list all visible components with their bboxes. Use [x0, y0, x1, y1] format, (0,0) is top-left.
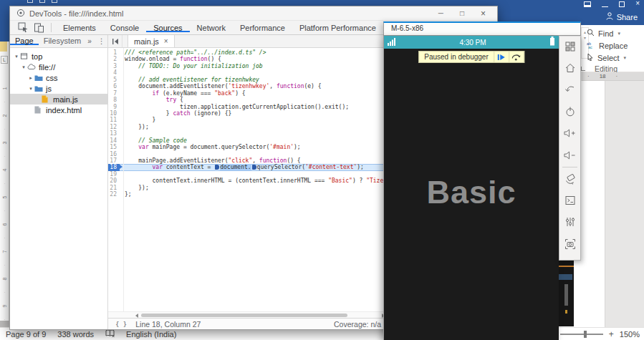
device-toolbar-icon[interactable] — [34, 22, 44, 33]
code-line[interactable]: 5 // add eventListener for tizenhwkey — [108, 77, 387, 83]
page-count[interactable]: Page 9 of 9 — [6, 330, 46, 339]
line-number[interactable]: 20 — [108, 178, 120, 184]
code-text[interactable]: }); — [120, 185, 149, 191]
devtools-maximize-button[interactable]: □ — [460, 9, 464, 17]
line-number[interactable]: 16 — [108, 151, 120, 157]
line-number[interactable]: 19 — [108, 171, 120, 178]
continue-to-here-icon[interactable] — [215, 165, 219, 170]
line-number[interactable]: 18 — [108, 164, 120, 170]
volume-up-icon[interactable] — [564, 127, 577, 139]
line-number[interactable]: 11 — [108, 117, 120, 123]
word-count[interactable]: 338 words — [57, 330, 94, 339]
code-text[interactable]: document.addEventListener('tizenhwkey', … — [120, 83, 322, 89]
step-over-button[interactable] — [509, 52, 524, 62]
zoom-in-button[interactable]: + — [609, 331, 614, 338]
devtools-tab-elements[interactable]: Elements — [56, 24, 103, 32]
home-icon[interactable] — [564, 62, 577, 74]
app-grid-icon[interactable] — [564, 41, 577, 52]
code-text[interactable]: } catch (ignore) {} — [120, 110, 231, 117]
power-icon[interactable] — [564, 106, 577, 117]
line-number[interactable]: 5 — [108, 77, 120, 83]
editor-tab-mainjs[interactable]: main.js × — [128, 35, 175, 47]
line-number[interactable]: 22 — [108, 191, 120, 198]
code-text[interactable]: var contentText = document.querySelector… — [120, 164, 364, 170]
code-line[interactable]: 9 tizen.application.getCurrentApplicatio… — [108, 104, 387, 110]
code-text[interactable]: mainPage.addEventListener("click", funct… — [120, 157, 301, 164]
tree-item-index-html[interactable]: index.html — [10, 105, 107, 115]
devtools-minimize-button[interactable]: ─ — [438, 9, 443, 17]
control-panel-icon[interactable] — [564, 216, 577, 228]
screenshot-icon[interactable] — [564, 238, 577, 250]
emulator-screen[interactable]: 4:30 PM Paused in debugger Basic — [383, 36, 559, 340]
line-number[interactable]: 13 — [108, 130, 120, 137]
code-line[interactable]: 13 — [108, 130, 387, 137]
line-number[interactable]: 6 — [108, 83, 120, 89]
line-number[interactable]: 12 — [108, 124, 120, 130]
line-number[interactable]: 8 — [108, 97, 120, 103]
ribbon-display-icon[interactable] — [584, 1, 591, 7]
code-line[interactable]: 2window.onload = function() { — [108, 56, 387, 62]
line-number[interactable]: 9 — [108, 104, 120, 110]
code-text[interactable] — [120, 69, 125, 76]
close-tab-icon[interactable]: × — [164, 37, 168, 45]
line-number[interactable]: 15 — [108, 144, 120, 150]
rotate-icon[interactable] — [564, 173, 577, 185]
find-button[interactable]: Find ▾ — [587, 27, 643, 39]
code-text[interactable]: // Sample code — [120, 137, 187, 144]
code-text[interactable]: try { — [120, 97, 183, 103]
code-text[interactable] — [120, 130, 125, 137]
word-minimize-button[interactable] — [602, 1, 608, 7]
code-editor[interactable]: 1/// <reference path="../../index.d.ts" … — [108, 48, 387, 311]
line-number[interactable]: 17 — [108, 157, 120, 164]
volume-down-icon[interactable] — [564, 149, 577, 160]
word-restore-button[interactable] — [619, 1, 625, 7]
code-line[interactable]: 12 }); — [108, 124, 387, 130]
code-text[interactable]: var mainPage = document.querySelector('#… — [120, 144, 301, 150]
word-close-button[interactable]: × — [635, 0, 640, 7]
line-number[interactable]: 2 — [108, 56, 120, 62]
select-button[interactable]: Select ▾ — [587, 52, 643, 64]
pretty-print-icon[interactable]: { } — [115, 321, 127, 328]
tree-item-file-[interactable]: ▾file:// — [10, 62, 107, 72]
tab-stop-selector[interactable]: L — [1, 56, 8, 64]
code-text[interactable]: // TODO:: Do your initialization job — [120, 63, 263, 69]
code-text[interactable]: contentText.innerHTML = (contentText.inn… — [120, 178, 387, 184]
undo-icon[interactable] — [39, 0, 45, 3]
language-selector[interactable]: English (India) — [126, 330, 176, 339]
code-text[interactable]: tizen.application.getCurrentApplication(… — [120, 104, 349, 110]
devtools-close-button[interactable]: × — [481, 9, 486, 19]
line-number[interactable]: 14 — [108, 137, 120, 144]
code-line[interactable]: 18 var contentText = document.querySelec… — [108, 164, 387, 170]
zoom-level[interactable]: 150% — [620, 330, 640, 339]
line-number[interactable]: 7 — [108, 90, 120, 97]
horizontal-scrollbar[interactable] — [108, 311, 387, 318]
code-line[interactable]: 1/// <reference path="../../index.d.ts" … — [108, 49, 387, 56]
tree-item-main-js[interactable]: main.js — [10, 94, 107, 105]
more-tabs-button[interactable]: » — [86, 37, 93, 45]
inspect-element-icon[interactable] — [18, 22, 29, 33]
code-line[interactable]: 3 // TODO:: Do your initialization job — [108, 63, 387, 69]
disclosure-arrow-icon[interactable]: ▾ — [27, 86, 34, 92]
line-number[interactable]: 4 — [108, 69, 120, 76]
line-number[interactable]: 10 — [108, 110, 120, 117]
replace-button[interactable]: abac Replace — [587, 39, 643, 52]
devtools-titlebar[interactable]: DevTools - file:///index.html ─ □ × — [10, 6, 497, 21]
code-text[interactable] — [120, 151, 125, 157]
code-line[interactable]: 15 var mainPage = document.querySelector… — [108, 144, 387, 150]
resume-script-button[interactable] — [494, 52, 509, 62]
code-line[interactable]: 21 }); — [108, 185, 387, 191]
devtools-tab-performance[interactable]: Performance — [233, 24, 292, 32]
zoom-slider-thumb[interactable] — [584, 331, 587, 338]
code-line[interactable]: 6 document.addEventListener('tizenhwkey'… — [108, 83, 387, 89]
code-text[interactable] — [120, 171, 125, 178]
code-line[interactable]: 11 } — [108, 117, 387, 123]
scrollbar-thumb[interactable] — [141, 314, 347, 317]
proofing-icon[interactable] — [105, 329, 115, 339]
tree-item-css[interactable]: ▸css — [10, 72, 107, 83]
code-line[interactable]: 22}; — [108, 191, 387, 198]
tree-item-js[interactable]: ▾js — [10, 83, 107, 94]
line-number[interactable]: 3 — [108, 63, 120, 69]
code-line[interactable]: 10 } catch (ignore) {} — [108, 110, 387, 117]
code-line[interactable]: 16 — [108, 151, 387, 157]
code-text[interactable]: /// <reference path="../../index.d.ts" /… — [120, 49, 266, 56]
